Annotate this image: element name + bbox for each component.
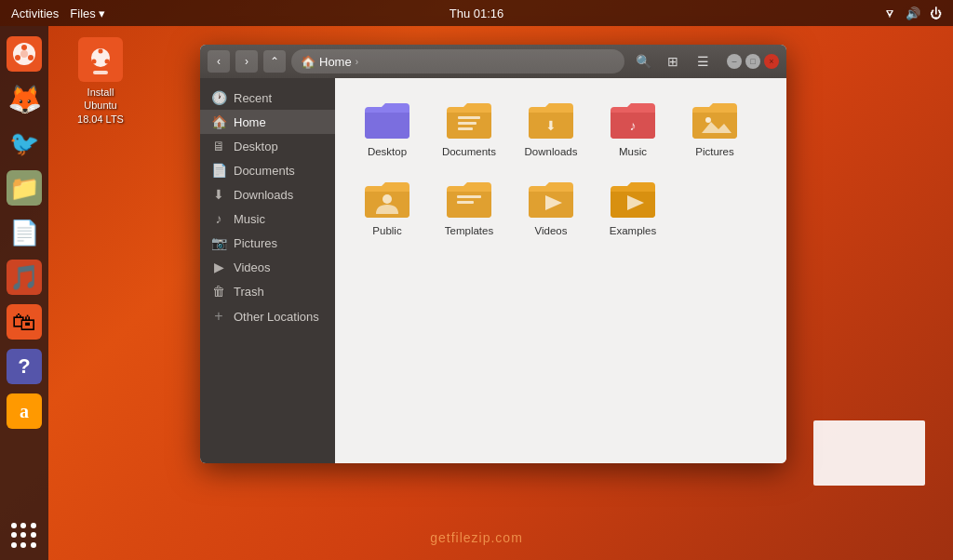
folder-music[interactable]: ♪ Music <box>596 93 670 165</box>
fm-body: 🕐 Recent 🏠 Home 🖥 Desktop 📄 Documents ⬇ … <box>200 78 786 463</box>
back-button[interactable]: ‹ <box>208 50 230 73</box>
home-sidebar-icon: 🏠 <box>211 114 226 129</box>
dock-amazon[interactable]: a <box>4 391 45 432</box>
sidebar-item-pictures[interactable]: 📷 Pictures <box>200 231 335 255</box>
sidebar-other-locations-label: Other Locations <box>234 310 319 324</box>
pictures-folder-icon <box>691 99 739 141</box>
menu-button[interactable]: ☰ <box>690 49 716 73</box>
close-button[interactable]: × <box>764 54 779 69</box>
svg-point-8 <box>92 60 97 64</box>
downloads-icon: ⬇ <box>211 187 226 202</box>
dock: 🦊 🐦 📁 📄 🎵 🛍 ? a <box>0 26 48 560</box>
activities-button[interactable]: Activities <box>11 7 59 20</box>
breadcrumb-arrow: › <box>356 57 358 67</box>
add-icon: + <box>211 308 226 325</box>
folder-desktop[interactable]: Desktop <box>350 93 424 165</box>
sidebar-item-music[interactable]: ♪ Music <box>200 207 335 231</box>
dock-file-manager[interactable]: 📁 <box>4 167 45 208</box>
pictures-icon: 📷 <box>211 235 226 250</box>
sidebar-item-documents[interactable]: 📄 Documents <box>200 158 335 182</box>
folder-public[interactable]: Public <box>350 172 424 244</box>
dock-bottom <box>7 519 41 553</box>
recent-icon: 🕐 <box>211 90 226 105</box>
svg-point-16 <box>705 117 711 123</box>
sidebar-recent-label: Recent <box>234 91 272 105</box>
svg-point-17 <box>383 194 392 204</box>
ubuntu-icon <box>11 41 37 67</box>
sidebar-item-other-locations[interactable]: + Other Locations <box>200 303 335 329</box>
folder-documents[interactable]: Documents <box>432 93 506 165</box>
svg-point-2 <box>15 55 20 60</box>
view-toggle-button[interactable]: ⊞ <box>660 49 686 73</box>
sidebar-music-label: Music <box>234 212 265 226</box>
pictures-folder-label: Pictures <box>695 145 734 159</box>
sidebar-item-downloads[interactable]: ⬇ Downloads <box>200 182 335 207</box>
dock-firefox[interactable]: 🦊 <box>4 78 45 119</box>
install-ubuntu-icon-img <box>78 37 123 82</box>
sidebar-downloads-label: Downloads <box>234 188 293 202</box>
power-icon[interactable]: ⏻ <box>930 7 942 20</box>
clock: Thu 01:16 <box>450 7 504 20</box>
videos-folder-icon <box>527 178 575 220</box>
fm-sidebar: 🕐 Recent 🏠 Home 🖥 Desktop 📄 Documents ⬇ … <box>200 78 335 463</box>
folder-examples[interactable]: Examples <box>596 172 670 244</box>
dock-help[interactable]: ? <box>4 346 45 387</box>
show-apps-button[interactable] <box>7 519 41 553</box>
network-icon[interactable]: ⛛ <box>884 7 896 20</box>
parent-button[interactable]: ⌃ <box>263 50 286 73</box>
svg-rect-10 <box>93 71 108 74</box>
desktop-folder-label: Desktop <box>368 145 407 159</box>
folder-videos[interactable]: Videos <box>514 172 588 244</box>
sidebar-trash-label: Trash <box>234 285 264 299</box>
sidebar-pictures-label: Pictures <box>234 236 277 250</box>
sidebar-item-videos[interactable]: ▶ Videos <box>200 255 335 279</box>
desktop-folder-icon <box>363 99 411 141</box>
minimize-button[interactable]: – <box>727 54 742 69</box>
sidebar-item-trash[interactable]: 🗑 Trash <box>200 279 335 303</box>
documents-icon: 📄 <box>211 163 226 178</box>
folder-templates[interactable]: Templates <box>432 172 506 244</box>
dock-ubuntu-logo[interactable] <box>4 33 45 74</box>
watermark: getfilezip.com <box>430 530 523 545</box>
desktop-install-ubuntu-icon[interactable]: InstallUbuntu18.04 LTS <box>63 37 138 126</box>
breadcrumb-home-label: Home <box>319 55 352 69</box>
volume-icon[interactable]: 🔊 <box>906 7 920 20</box>
folder-pictures[interactable]: Pictures <box>678 93 752 165</box>
dock-thunderbird[interactable]: 🐦 <box>4 123 45 164</box>
templates-folder-icon <box>445 178 493 220</box>
music-folder-icon: ♪ <box>609 99 657 141</box>
desktop-icon-sidebar: 🖥 <box>211 139 226 153</box>
dock-text-editor[interactable]: 📄 <box>4 212 45 253</box>
public-folder-icon <box>363 178 411 220</box>
svg-point-9 <box>105 60 110 64</box>
documents-folder-label: Documents <box>442 145 496 159</box>
fm-titlebar: ‹ › ⌃ 🏠 Home › 🔍 ⊞ ☰ – □ × <box>200 45 786 78</box>
dock-software-center[interactable]: 🛍 <box>4 301 45 342</box>
examples-folder-icon <box>609 178 657 220</box>
videos-icon: ▶ <box>211 260 226 274</box>
svg-rect-13 <box>458 127 473 130</box>
sidebar-item-home[interactable]: 🏠 Home <box>200 110 335 134</box>
videos-folder-label: Videos <box>535 224 568 238</box>
sidebar-documents-label: Documents <box>234 164 295 178</box>
sidebar-desktop-label: Desktop <box>234 140 278 153</box>
search-button[interactable]: 🔍 <box>630 49 656 73</box>
maximize-button[interactable]: □ <box>745 54 760 69</box>
dock-music[interactable]: 🎵 <box>4 257 45 298</box>
svg-text:⬇: ⬇ <box>545 118 557 133</box>
fm-main-content: Desktop Documents <box>335 78 786 463</box>
sidebar-item-recent[interactable]: 🕐 Recent <box>200 86 335 110</box>
sidebar-item-desktop[interactable]: 🖥 Desktop <box>200 134 335 158</box>
folder-downloads[interactable]: ⬇ Downloads <box>514 93 588 165</box>
breadcrumb[interactable]: 🏠 Home › <box>291 49 624 73</box>
templates-folder-label: Templates <box>445 224 493 238</box>
forward-button[interactable]: › <box>235 50 258 73</box>
home-icon: 🏠 <box>301 55 315 69</box>
files-menu[interactable]: Files ▾ <box>70 7 105 20</box>
system-tray: ⛛ 🔊 ⏻ <box>884 7 942 20</box>
svg-point-1 <box>21 45 27 50</box>
downloads-folder-icon: ⬇ <box>527 99 575 141</box>
svg-rect-11 <box>458 116 480 119</box>
svg-point-4 <box>20 50 28 58</box>
svg-rect-18 <box>457 195 481 198</box>
